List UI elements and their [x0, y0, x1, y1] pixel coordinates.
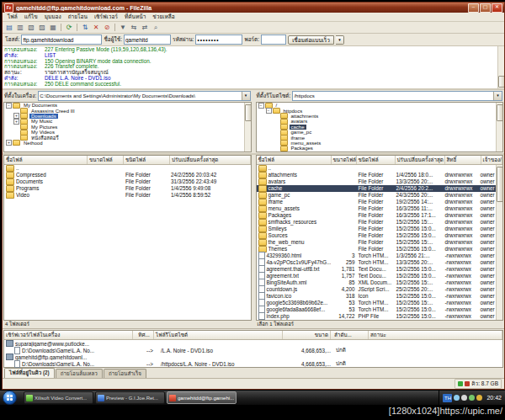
taskbar-task-button[interactable]: Preview - G.I.Joe.Ret... — [95, 391, 165, 404]
queue-column-priority[interactable]: ลำดับ... — [331, 331, 369, 339]
minimize-button[interactable]: – — [468, 3, 479, 13]
start-button[interactable] — [3, 391, 17, 405]
column-header-modified[interactable]: ปรับเปลี่ยนครั้งล่าสุด — [396, 156, 445, 164]
remote-list-scrollbar[interactable] — [496, 165, 502, 320]
Programs[interactable]: Programs File Folder 1/4/2556 9:49:08 — [4, 185, 251, 192]
menu-item[interactable]: ช่วยเหลือ — [149, 13, 178, 21]
file-permissions: -rwxrwxrwx — [444, 300, 479, 306]
expander-icon[interactable]: − — [266, 108, 272, 114]
tray-volume-icon[interactable] — [461, 395, 467, 401]
column-header-filename[interactable]: ชื่อไฟล์ — [257, 156, 332, 164]
site-manager-icon[interactable]: ▤ — [4, 23, 14, 32]
toggle-message-log-icon[interactable]: ▥ — [15, 23, 25, 32]
Smileys[interactable]: Smileys File Folder 15/2/2556 15:0... dr… — [257, 226, 503, 232]
expander-icon[interactable]: + — [13, 119, 19, 125]
local-tree-scrollbar[interactable] — [244, 103, 251, 152]
queue-column-server-local-file[interactable]: เซิร์ฟเวอร์/ไฟล์ในเครื่อง — [4, 331, 133, 339]
toolbar-separator[interactable] — [114, 24, 115, 31]
sync-browse-icon[interactable]: ⇄ — [140, 23, 150, 32]
column-header-permissions[interactable]: สิทธิ์ — [445, 156, 481, 164]
taskbar-task-button[interactable]: Xilisoft Video Convert... — [24, 391, 93, 404]
queue-column-remote-file[interactable]: ไฟล์รีโมตไซต์ — [154, 331, 283, 339]
the_web_menu[interactable]: the_web_menu File Folder 15/2/2556 15:..… — [257, 239, 503, 246]
menu-item[interactable]: แก้ไข — [21, 13, 41, 21]
queue-column-size[interactable]: ขนาด — [283, 331, 331, 339]
queue-tab[interactable]: ไฟล์ที่อยู่ในคิว (2) — [4, 368, 55, 378]
toggle-remote-tree-icon[interactable]: ▨ — [37, 23, 47, 32]
expander-icon[interactable]: − — [258, 103, 264, 109]
Packages[interactable]: Packages File Folder 16/3/2556 17:1... d… — [257, 212, 503, 219]
Sources[interactable]: Sources File Folder 15/2/2556 15:0... dr… — [257, 232, 503, 239]
queue-column-status[interactable]: สถานะ — [369, 331, 502, 339]
refresh-icon[interactable]: ⟳ — [64, 23, 74, 32]
menu-item[interactable]: มุมมอง — [41, 13, 65, 21]
attachments[interactable]: attachments File Folder 1/4/2556 18:0...… — [257, 172, 503, 178]
language-indicator[interactable]: TH — [443, 394, 452, 402]
column-header-filetype[interactable]: ชนิดไฟล์ — [357, 156, 396, 164]
tray-antivirus-icon[interactable] — [469, 395, 475, 401]
expander-icon[interactable]: − — [6, 103, 12, 109]
avatars[interactable]: avatars File Folder 13/3/2556 20:... drw… — [257, 178, 503, 185]
iframe[interactable]: iframe File Folder 19/2/2556 14:... drwx… — [257, 199, 503, 205]
port-input[interactable] — [261, 35, 286, 45]
expander-icon[interactable]: + — [6, 140, 12, 146]
Video[interactable]: Video File Folder 1/4/2556 8:59:52 — [4, 192, 251, 199]
Compressed[interactable]: Compressed File Folder 24/2/2556 20:03:4… — [4, 172, 251, 178]
username-input[interactable] — [124, 35, 171, 45]
window-title: gamehitdd@ftp.gamehitdownload.com - File… — [16, 5, 468, 11]
tray-network-icon[interactable] — [454, 395, 460, 401]
close-button[interactable]: ✕ — [492, 3, 502, 13]
queue-tab[interactable]: ถ่ายโอนล้มเหลว — [56, 369, 103, 378]
column-header-owner[interactable]: เจ้าของ/กลุ่ม — [481, 156, 503, 164]
queue-row[interactable]: D:\Downloads\Game\L.A. No... --> /httpdo… — [4, 360, 502, 367]
host-input[interactable] — [21, 35, 102, 45]
menu-item[interactable]: ไฟล์ — [4, 13, 21, 21]
cancel-icon[interactable]: ✕ — [91, 23, 101, 32]
combo-dropdown-icon[interactable]: ▾ — [493, 92, 502, 100]
disconnect-icon[interactable]: ⊘ — [102, 23, 112, 32]
combo-dropdown-icon[interactable]: ▾ — [242, 92, 250, 100]
taskbar-task-button[interactable]: gamehitdd@ftp.gamehi... — [167, 391, 237, 404]
title-bar[interactable]: Fz gamehitdd@ftp.gamehitdownload.com - F… — [3, 3, 504, 13]
menu-item[interactable]: ที่คั่นหน้า — [121, 13, 149, 21]
local-path-value: C:\Documents and Settings\Administrator\… — [39, 93, 241, 98]
find-icon[interactable]: ⌕ — [151, 23, 161, 32]
column-header-modified[interactable]: ปรับเปลี่ยนครั้งล่าสุด — [170, 156, 251, 164]
remote-tree-item[interactable]: Packages — [257, 146, 503, 151]
Documents[interactable]: Documents File Folder 31/3/2556 22:43:49 — [4, 178, 251, 185]
..[interactable]: .. — [4, 165, 251, 172]
menu-item[interactable]: เซิร์ฟเวอร์ — [91, 13, 121, 21]
filter-icon[interactable]: ▼ — [118, 23, 128, 32]
compare-icon[interactable]: ⇆ — [129, 23, 139, 32]
toggle-local-tree-icon[interactable]: ▧ — [26, 23, 36, 32]
quickconnect-dropdown-icon[interactable]: ▾ — [336, 35, 344, 45]
remote-path-combo[interactable]: /httpdocs ▾ — [292, 91, 502, 101]
..[interactable]: .. — [257, 165, 503, 172]
column-header-filesize[interactable]: ขนาดไฟล์ — [88, 156, 124, 164]
maximize-button[interactable]: ▢ — [480, 3, 491, 13]
column-header-filetype[interactable]: ชนิดไฟล์ — [124, 156, 170, 164]
menu-item[interactable]: ถ่ายโอน — [65, 13, 91, 21]
toolbar-separator[interactable] — [77, 24, 77, 31]
menu_assets[interactable]: menu_assets File Folder 16/3/2556 11:...… — [257, 205, 503, 212]
password-input[interactable] — [195, 35, 242, 45]
queue-column-direction[interactable]: ทิศ... — [133, 331, 154, 339]
toolbar-separator[interactable] — [61, 24, 61, 31]
tray-update-icon[interactable] — [476, 395, 482, 401]
toggle-queue-icon[interactable]: ▦ — [48, 23, 58, 32]
column-header-filename[interactable]: ชื่อไฟล์ — [4, 156, 88, 164]
cache[interactable]: cache File Folder 2/4/2556 20:2... drwxr… — [257, 185, 503, 192]
local-tree-item[interactable]: + Nethood — [4, 141, 251, 146]
quickconnect-button[interactable]: เชื่อมต่อแบบเร็ว — [288, 35, 334, 45]
log-scrollbar[interactable] — [497, 46, 504, 88]
process-queue-icon[interactable]: ⇅ — [80, 23, 90, 32]
task-label: gamehitdd@ftp.gamehi... — [178, 396, 234, 401]
remote-tree-scrollbar[interactable] — [496, 103, 502, 152]
column-header-filesize[interactable]: ขนาดไฟล์ — [332, 156, 357, 164]
local-path-combo[interactable]: C:\Documents and Settings\Administrator\… — [38, 91, 250, 101]
queue-row[interactable]: D:\Downloads\Game\L.A. No... --> /L.A. N… — [4, 347, 502, 354]
file-type: File Folder — [357, 205, 395, 211]
smfhacks_resources[interactable]: smfhacks_resources File Folder 15/2/2556… — [257, 219, 503, 226]
game_pc[interactable]: game_pc File Folder 24/3/2556 20:... drw… — [257, 192, 503, 199]
queue-tab[interactable]: ถ่ายโอนสำเร็จ — [104, 369, 146, 378]
